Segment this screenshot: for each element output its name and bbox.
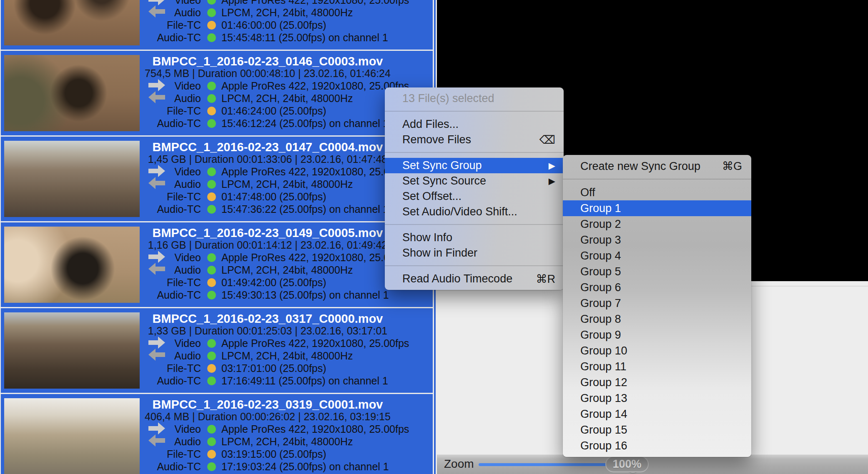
menu-separator: [563, 179, 751, 180]
submenu-item-group-7[interactable]: Group 7: [563, 295, 751, 311]
menu-item-set-offset[interactable]: Set Offset...: [385, 189, 564, 204]
file-entry[interactable]: BMPCC_1_2016-02-23_0146_C0003.mov 754,5 …: [1, 51, 433, 137]
video-row: Video Apple ProRes 422, 1920x1080, 25.00…: [138, 252, 409, 263]
thumbnail: [4, 312, 140, 389]
video-row: Video Apple ProRes 422, 1920x1080, 25.00…: [138, 423, 409, 435]
audio-tc-label: Audio-TC: [138, 289, 201, 301]
audio-value: LPCM, 2CH, 24bit, 48000Hz: [221, 92, 353, 105]
submenu-item-group-2[interactable]: Group 2: [563, 216, 751, 232]
audio-tc-value: 15:49:30:13 (25.00fps) on channel 1: [221, 289, 389, 301]
audio-tc-label: Audio-TC: [138, 203, 201, 215]
file-tc-label: File-TC: [138, 362, 201, 374]
zoom-label: Zoom: [444, 457, 474, 471]
submenu-item-group-6[interactable]: Group 6: [563, 279, 751, 295]
audio-tc-status-dot: [207, 291, 216, 299]
submenu-item-group-16[interactable]: Group 16: [563, 438, 751, 454]
audio-row: Audio LPCM, 2CH, 24bit, 48000Hz: [138, 178, 353, 190]
bottom-toolbar: Zoom 100%: [437, 454, 868, 474]
submenu-item-group-3[interactable]: Group 3: [563, 232, 751, 248]
submenu-item-group-11[interactable]: Group 11: [563, 359, 751, 374]
video-status-dot: [207, 339, 216, 348]
submenu-item-group-10[interactable]: Group 10: [563, 343, 751, 359]
audio-label: Audio: [138, 264, 201, 276]
video-value: Apple ProRes 422, 1920x1080, 25.00fps: [221, 166, 409, 178]
file-meta: 1,45 GB | Duration 00:01:33:06 | 23.02.1…: [145, 153, 391, 165]
submenu-item-group-8[interactable]: Group 8: [563, 311, 751, 327]
submenu-arrow-icon: ▶: [549, 177, 555, 185]
zoom-slider-track[interactable]: [479, 463, 616, 466]
audio-value: LPCM, 2CH, 24bit, 48000Hz: [221, 178, 353, 190]
submenu-items: OffGroup 1Group 2Group 3Group 4Group 5Gr…: [563, 185, 751, 454]
audio-label: Audio: [138, 436, 201, 448]
zoom-value-badge: 100%: [605, 456, 649, 472]
menu-separator: [385, 111, 564, 112]
file-entry[interactable]: BMPCC_1_2016-02-23_0147_C0004.mov 1,45 G…: [1, 137, 433, 222]
app-window: Video Apple ProRes 422, 1920x1080, 25.00…: [0, 0, 868, 474]
menu-item-label: Group 16: [580, 439, 742, 452]
menu-item-label: Group 8: [580, 313, 742, 326]
file-tc-value: 01:46:24:00 (25.00fps): [221, 105, 326, 117]
file-tc-value: 01:47:48:00 (25.00fps): [221, 191, 326, 203]
menu-item-set-audio-video-shift[interactable]: Set Audio/Video Shift...: [385, 204, 564, 220]
audio-label: Audio: [138, 92, 201, 105]
video-label: Video: [138, 80, 201, 92]
file-entry[interactable]: BMPCC_1_2016-02-23_0317_C0000.mov 1,33 G…: [1, 308, 433, 394]
file-tc-row: File-TC 01:46:00:00 (25.00fps): [138, 19, 326, 31]
menu-item-label: Set Sync Source: [402, 175, 540, 187]
menu-item-label: Group 12: [580, 376, 742, 389]
submenu-item-off[interactable]: Off: [563, 185, 751, 200]
context-menu: 13 File(s) selected Add Files...Remove F…: [385, 87, 564, 290]
submenu-item-group-9[interactable]: Group 9: [563, 327, 751, 343]
menu-item-set-sync-source[interactable]: Set Sync Source▶: [385, 173, 564, 189]
audio-status-dot: [207, 94, 216, 103]
submenu-item-group-4[interactable]: Group 4: [563, 248, 751, 264]
audio-tc-status-dot: [207, 33, 216, 42]
audio-value: LPCM, 2CH, 24bit, 48000Hz: [221, 7, 353, 19]
file-tc-row: File-TC 01:49:42:00 (25.00fps): [138, 277, 326, 288]
video-label: Video: [138, 423, 201, 435]
menu-item-create-new-sync-group[interactable]: Create new Sync Group ⌘G: [563, 158, 751, 174]
file-entry[interactable]: BMPCC_1_2016-02-23_0149_C0005.mov 1,16 G…: [1, 222, 433, 308]
audio-tc-label: Audio-TC: [138, 375, 201, 387]
audio-tc-value: 17:19:03:24 (25.00fps) on channel 1: [221, 461, 389, 473]
video-status-dot: [207, 82, 216, 90]
menu-item-add-files[interactable]: Add Files...: [385, 117, 564, 132]
menu-item-show-in-finder[interactable]: Show in Finder: [385, 245, 564, 261]
menu-item-remove-files[interactable]: Remove Files⌫: [385, 132, 564, 147]
sync-group-submenu: Create new Sync Group ⌘G OffGroup 1Group…: [563, 155, 751, 457]
audio-row: Audio LPCM, 2CH, 24bit, 48000Hz: [138, 7, 353, 18]
submenu-item-group-1[interactable]: Group 1: [563, 200, 751, 216]
thumbnail: [4, 55, 140, 131]
audio-tc-row: Audio-TC 15:47:36:22 (25.00fps) on chann…: [138, 203, 389, 215]
submenu-item-group-13[interactable]: Group 13: [563, 390, 751, 406]
file-entry[interactable]: BMPCC_1_2016-02-23_0319_C0001.mov 406,4 …: [1, 394, 433, 474]
menu-item-set-sync-group[interactable]: Set Sync Group▶: [385, 158, 564, 173]
audio-row: Audio LPCM, 2CH, 24bit, 48000Hz: [138, 264, 353, 276]
submenu-item-group-12[interactable]: Group 12: [563, 374, 751, 390]
file-tc-row: File-TC 03:17:01:00 (25.00fps): [138, 362, 326, 374]
menu-item-label: Create new Sync Group: [580, 160, 714, 173]
menu-item-label: Read Audio Timecode: [402, 272, 528, 285]
audio-tc-value: 15:45:48:11 (25.00fps) on channel 1: [221, 32, 388, 44]
submenu-item-group-14[interactable]: Group 14: [563, 406, 751, 422]
submenu-item-group-15[interactable]: Group 15: [563, 422, 751, 438]
menu-item-label: Group 2: [580, 218, 742, 231]
submenu-item-group-5[interactable]: Group 5: [563, 264, 751, 279]
menu-item-label: Set Offset...: [402, 190, 555, 203]
context-menu-items: Add Files...Remove Files⌫Set Sync Group▶…: [385, 117, 564, 287]
zoom-value: 100%: [612, 458, 641, 470]
audio-tc-status-dot: [207, 119, 216, 128]
menu-item-label: Group 7: [580, 297, 742, 310]
file-entry[interactable]: Video Apple ProRes 422, 1920x1080, 25.00…: [1, 0, 433, 51]
menu-item-show-info[interactable]: Show Info: [385, 230, 564, 245]
file-meta: 1,16 GB | Duration 00:01:14:12 | 23.02.1…: [145, 239, 391, 251]
file-meta: 406,4 MB | Duration 00:00:26:02 | 23.02.…: [145, 411, 391, 422]
menu-item-label: Set Sync Group: [402, 159, 540, 172]
audio-tc-row: Audio-TC 15:45:48:11 (25.00fps) on chann…: [138, 32, 388, 43]
audio-label: Audio: [138, 350, 201, 362]
file-tc-status-dot: [207, 21, 216, 30]
file-tc-value: 01:46:00:00 (25.00fps): [221, 19, 326, 31]
menu-item-label: Group 6: [580, 281, 742, 294]
menu-item-read-audio-timecode[interactable]: Read Audio Timecode⌘R: [385, 271, 564, 287]
file-tc-status-dot: [207, 364, 216, 373]
